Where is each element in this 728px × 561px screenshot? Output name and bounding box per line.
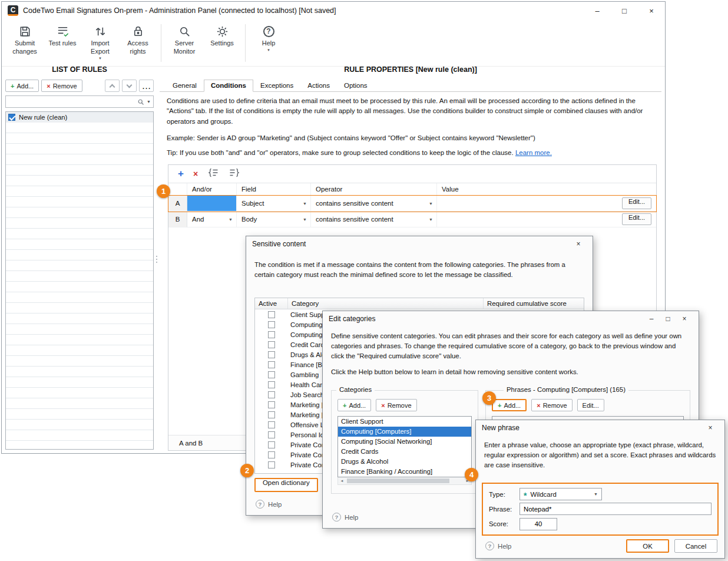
category-active-checkbox[interactable] xyxy=(268,361,275,368)
more-options-button[interactable]: … xyxy=(139,80,154,92)
header-category: Category xyxy=(288,298,484,309)
type-combobox[interactable]: * Wildcard ▼ xyxy=(519,488,602,500)
close-icon[interactable]: × xyxy=(676,312,693,325)
move-up-button[interactable] xyxy=(105,80,120,92)
category-list-item[interactable]: Drugs & Alcohol xyxy=(338,457,471,467)
dialog-help-link[interactable]: ? Help xyxy=(485,542,511,550)
category-active-checkbox[interactable] xyxy=(268,421,275,428)
panel-splitter[interactable] xyxy=(155,249,158,269)
tab-options[interactable]: Options xyxy=(337,80,375,92)
new-phrase-description: Enter a phrase value, choose an appropri… xyxy=(484,440,716,470)
import-export-button[interactable]: Import Export ▼ xyxy=(83,23,117,61)
operator-select[interactable]: contains sensitive content▼ xyxy=(311,212,437,227)
category-active-checkbox[interactable] xyxy=(268,451,275,458)
dialog-help-link[interactable]: ? Help xyxy=(256,500,282,509)
submit-changes-button[interactable]: Submit changes xyxy=(8,23,42,56)
tab-actions[interactable]: Actions xyxy=(300,80,337,92)
category-active-checkbox[interactable] xyxy=(268,331,275,338)
category-active-checkbox[interactable] xyxy=(268,441,275,448)
tab-exceptions[interactable]: Exceptions xyxy=(253,80,300,92)
tab-conditions[interactable]: Conditions xyxy=(204,80,253,92)
search-icon xyxy=(137,98,144,105)
horizontal-scrollbar[interactable]: ◄ ► xyxy=(337,477,472,485)
app-logo-icon: C xyxy=(8,5,18,16)
dialog-help-link[interactable]: ? Help xyxy=(332,513,358,522)
chevron-down-icon xyxy=(127,82,133,88)
test-rules-button[interactable]: Test rules xyxy=(45,23,80,48)
help-icon: ? xyxy=(263,26,274,37)
open-dictionary-button[interactable]: Open dictionary xyxy=(254,478,318,492)
ok-button[interactable]: OK xyxy=(626,539,669,553)
scrollbar-thumb[interactable] xyxy=(347,478,449,483)
minimize-icon[interactable]: – xyxy=(643,312,660,325)
rules-search-input[interactable] xyxy=(6,98,137,105)
category-active-checkbox[interactable] xyxy=(268,311,275,318)
move-down-button[interactable] xyxy=(122,80,137,92)
minimize-icon[interactable]: – xyxy=(584,2,611,19)
category-active-checkbox[interactable] xyxy=(268,321,275,328)
category-list-item[interactable]: Computing [Computers] xyxy=(338,427,471,437)
conditions-tip-text: Tip: If you use both "and" and "or" oper… xyxy=(167,149,514,156)
rules-list[interactable]: New rule (clean) xyxy=(5,111,154,450)
field-select[interactable]: Body▼ xyxy=(237,212,311,227)
help-button[interactable]: ? Help ▼ xyxy=(252,23,286,52)
remove-category-button[interactable]: ×Remove xyxy=(376,399,416,411)
close-icon[interactable]: × xyxy=(702,421,719,434)
score-input[interactable] xyxy=(519,518,557,530)
field-select[interactable]: Subject▼ xyxy=(237,196,311,212)
group-conditions-icon[interactable] xyxy=(207,168,219,180)
chevron-down-icon: ▼ xyxy=(429,202,433,206)
andor-select[interactable] xyxy=(187,196,237,212)
search-filter-dropdown-icon[interactable]: ▼ xyxy=(147,100,151,104)
server-monitor-button[interactable]: Server Monitor xyxy=(167,23,201,56)
category-active-checkbox[interactable] xyxy=(268,461,275,468)
andor-select[interactable]: And▼ xyxy=(187,212,237,227)
remove-rule-button[interactable]: ×Remove xyxy=(41,80,82,92)
edit-value-button[interactable]: Edit... xyxy=(622,213,651,225)
category-list-item[interactable]: Credit Cards xyxy=(338,447,471,457)
edit-dialog-help-note: Click the Help button below to learn in … xyxy=(331,368,690,375)
maximize-icon[interactable]: □ xyxy=(611,2,638,19)
tab-general[interactable]: General xyxy=(166,80,204,92)
row-id: B xyxy=(168,212,187,227)
cross-icon: × xyxy=(381,402,385,409)
cancel-button[interactable]: Cancel xyxy=(674,539,717,553)
rule-list-item[interactable]: New rule (clean) xyxy=(6,112,153,123)
remove-phrase-button[interactable]: ×Remove xyxy=(531,399,572,411)
dialog-title: New phrase xyxy=(482,424,519,432)
close-icon[interactable]: × xyxy=(570,237,587,250)
phrase-input[interactable] xyxy=(519,503,712,515)
close-icon[interactable]: × xyxy=(638,2,665,19)
rule-enabled-checkbox[interactable] xyxy=(8,114,15,121)
category-active-checkbox[interactable] xyxy=(268,401,275,408)
chevron-up-icon xyxy=(110,84,115,90)
learn-more-link[interactable]: Learn more. xyxy=(515,149,552,156)
access-rights-button[interactable]: Access rights xyxy=(121,23,155,56)
edit-value-button[interactable]: Edit... xyxy=(622,197,651,209)
operator-select[interactable]: contains sensitive content▼ xyxy=(311,196,437,212)
add-condition-icon[interactable]: + xyxy=(178,168,184,180)
add-phrase-button[interactable]: +Add... xyxy=(492,399,527,411)
settings-button[interactable]: Settings xyxy=(205,23,239,48)
value-cell: Edit... xyxy=(437,196,656,212)
category-active-checkbox[interactable] xyxy=(268,411,275,418)
category-active-checkbox[interactable] xyxy=(268,391,275,398)
server-monitor-label: Server Monitor xyxy=(174,39,196,55)
edit-phrase-button[interactable]: Edit... xyxy=(577,399,604,411)
scroll-left-icon[interactable]: ◄ xyxy=(338,477,346,484)
cross-icon: × xyxy=(537,402,540,409)
remove-condition-icon[interactable]: × xyxy=(193,169,198,179)
add-rule-button[interactable]: +Add... xyxy=(5,80,39,92)
category-list-item[interactable]: Client Support xyxy=(338,417,471,427)
add-category-button[interactable]: +Add... xyxy=(337,399,371,411)
category-list-item[interactable]: Finance [Banking / Accounting] xyxy=(338,467,471,477)
maximize-icon[interactable]: □ xyxy=(660,312,676,325)
category-list-item[interactable]: Computing [Social Networking] xyxy=(338,437,471,447)
category-active-checkbox[interactable] xyxy=(268,341,275,348)
category-active-checkbox[interactable] xyxy=(268,431,275,438)
category-active-checkbox[interactable] xyxy=(268,381,275,388)
category-active-checkbox[interactable] xyxy=(268,371,275,378)
categories-list[interactable]: Client SupportComputing [Computers]Compu… xyxy=(337,416,472,477)
category-active-checkbox[interactable] xyxy=(268,351,275,358)
ungroup-conditions-icon[interactable] xyxy=(229,168,240,180)
